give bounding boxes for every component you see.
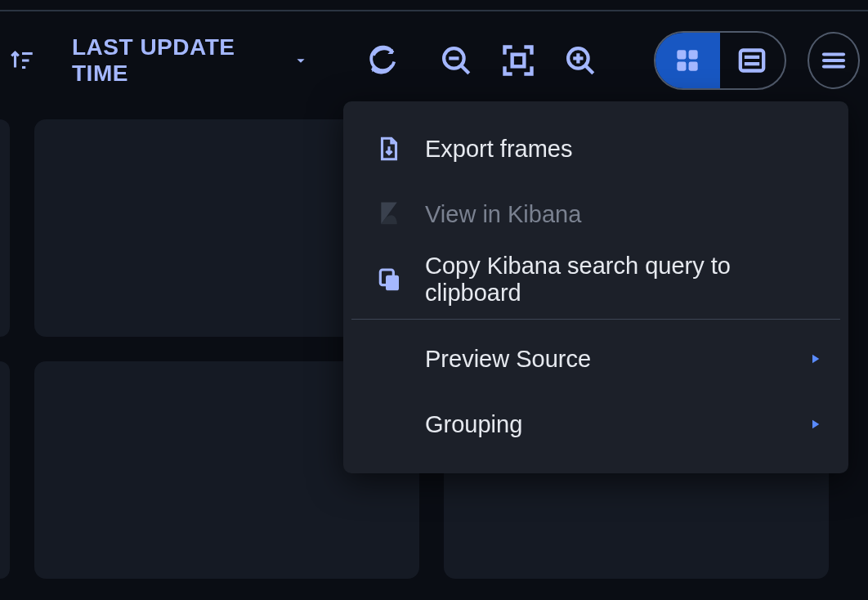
copy-icon [371,266,407,293]
view-toggle [654,31,786,90]
menu-item-export-frames[interactable]: Export frames [343,116,848,181]
file-download-icon [371,135,407,163]
menu-label: Preview Source [425,346,591,373]
zoom-fit-button[interactable] [494,36,543,85]
sort-direction-icon [8,47,36,74]
grid-view-button[interactable] [655,33,720,88]
sort-control[interactable]: LAST UPDATE TIME [8,34,310,87]
refresh-icon [367,45,398,76]
grid-icon [672,45,703,76]
chevron-right-icon [808,349,822,369]
kibana-icon [371,200,407,228]
sort-label: LAST UPDATE TIME [72,34,271,87]
menu-label: Copy Kibana search query to clipboard [425,253,821,307]
chevron-down-icon [292,51,310,69]
svg-rect-10 [678,62,687,71]
svg-line-5 [586,66,593,74]
svg-rect-11 [689,62,698,71]
svg-rect-12 [740,51,763,71]
list-view-button[interactable] [720,33,785,88]
fit-screen-icon [500,43,536,78]
zoom-out-button[interactable] [432,36,481,85]
card-sliver [0,361,10,579]
refresh-button[interactable] [360,36,405,85]
svg-line-1 [462,66,469,74]
svg-rect-8 [678,50,687,59]
more-menu-button[interactable] [808,32,860,89]
menu-divider [351,319,840,320]
list-icon [736,44,768,77]
menu-label: Export frames [425,136,573,163]
svg-rect-19 [386,275,399,291]
zoom-controls [425,36,611,85]
menu-label: Grouping [425,411,522,438]
zoom-in-icon [563,43,597,78]
chevron-right-icon [808,414,822,434]
menu-item-preview-source[interactable]: Preview Source [343,326,848,392]
svg-rect-3 [512,55,525,67]
menu-item-grouping[interactable]: Grouping [343,392,848,457]
toolbar: LAST UPDATE TIME [0,11,868,110]
svg-rect-9 [689,50,698,59]
menu-item-copy-kibana-query[interactable]: Copy Kibana search query to clipboard [343,247,848,312]
zoom-in-button[interactable] [556,36,605,85]
menu-item-view-kibana: View in Kibana [343,181,848,247]
hamburger-icon [819,46,848,75]
top-divider [0,0,868,11]
zoom-out-icon [439,43,473,78]
card-sliver [0,119,10,337]
menu-label: View in Kibana [425,201,581,228]
context-menu: Export frames View in Kibana Copy Kibana… [343,101,848,473]
